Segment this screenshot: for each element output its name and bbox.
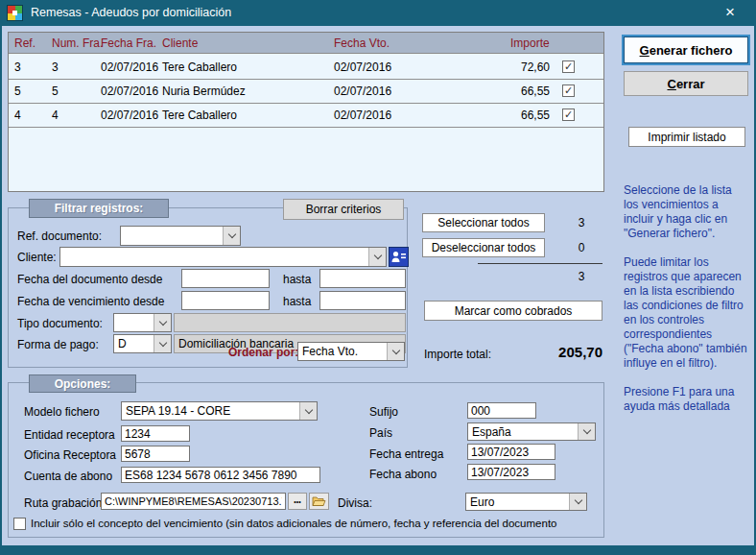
cell-fecha-vto: 02/07/2016 <box>334 104 391 128</box>
fecha-abono-label: Fecha abono <box>369 468 437 481</box>
chevron-down-icon[interactable] <box>578 423 595 440</box>
hasta-label: hasta <box>283 295 311 308</box>
cell-fecha-fra: 02/07/2016 <box>101 80 158 104</box>
cuenta-abono-input[interactable] <box>121 467 320 483</box>
fecha-ven-desde-input[interactable] <box>181 291 270 310</box>
browse-dots-button[interactable]: ••• <box>288 493 307 510</box>
chevron-down-icon[interactable] <box>569 494 586 510</box>
cell-cliente: Tere Caballero <box>162 104 237 128</box>
ref-documento-combo[interactable] <box>120 226 241 246</box>
fecha-vencimiento-label: Fecha de vencimiento desde <box>17 295 164 308</box>
cell-cliente: Tere Caballero <box>162 56 237 80</box>
col-importe: Importe <box>510 33 550 54</box>
cliente-combo[interactable] <box>59 247 387 267</box>
importe-total-value: 205,70 <box>499 344 602 360</box>
fecha-documento-label: Fecha del documento desde <box>17 273 162 286</box>
chevron-down-icon[interactable] <box>223 227 240 245</box>
chevron-down-icon[interactable] <box>299 402 317 420</box>
table-row[interactable]: 4 4 02/07/2016 Tere Caballero 02/07/2016… <box>9 104 603 128</box>
cell-ref: 5 <box>14 80 21 104</box>
ordenar-por-combo[interactable]: Fecha Vto. <box>297 342 405 361</box>
close-icon[interactable]: × <box>714 0 746 26</box>
sum-divider <box>478 263 602 264</box>
divisa-value: Euro <box>466 494 569 510</box>
cerrar-button[interactable]: Cerrar <box>624 71 748 96</box>
table-header: Ref. Num. Fra. Fecha Fra. Cliente Fecha … <box>9 33 603 54</box>
ruta-grabacion-label: Ruta grabación <box>24 496 102 510</box>
seleccionar-todos-button[interactable]: Seleccionar todos <box>422 213 545 232</box>
cell-importe: 66,55 <box>469 80 550 104</box>
incluir-concepto-label: Incluir sólo el concepto del vencimiento… <box>31 518 556 529</box>
contact-person-icon <box>391 251 406 263</box>
table-row[interactable]: 5 5 02/07/2016 Nuria Bermúdez 02/07/2016… <box>9 80 603 104</box>
tipo-documento-value <box>114 314 154 331</box>
dialog-window: Remesas - Adeudos por domiciliación × Re… <box>0 0 756 555</box>
app-icon <box>7 5 23 21</box>
borrar-criterios-button[interactable]: Borrar criterios <box>283 199 404 220</box>
help-paragraph-1: Seleccione de la lista los vencimientos … <box>624 183 749 241</box>
chevron-down-icon[interactable] <box>154 335 171 352</box>
open-folder-icon <box>312 495 326 507</box>
cell-ref: 3 <box>14 56 21 80</box>
fecha-doc-hasta-input[interactable] <box>319 269 406 288</box>
opciones-caption: Opciones: <box>29 374 136 393</box>
fecha-ven-hasta-input[interactable] <box>319 291 406 310</box>
ruta-grabacion-input[interactable] <box>101 493 286 510</box>
tipo-documento-label: Tipo documento: <box>17 317 103 330</box>
sufijo-label: Sufijo <box>369 405 398 419</box>
deseleccionar-todos-button[interactable]: Deseleccionar todos <box>422 238 545 257</box>
imprimir-listado-button[interactable]: Imprimir listado <box>628 127 745 147</box>
cliente-value <box>60 248 368 266</box>
incluir-concepto-checkbox[interactable] <box>13 518 26 530</box>
chevron-down-icon[interactable] <box>368 248 386 266</box>
fecha-entrega-input[interactable] <box>467 444 555 460</box>
cell-importe: 72,60 <box>469 56 550 80</box>
cell-fecha-fra: 02/07/2016 <box>101 104 158 128</box>
row-checkbox[interactable]: ✓ <box>562 109 575 121</box>
chevron-down-icon[interactable] <box>154 314 171 331</box>
entidad-receptora-input[interactable] <box>121 425 190 442</box>
sufijo-input[interactable] <box>467 402 536 419</box>
pais-label: País <box>369 426 392 440</box>
tipo-documento-combo[interactable] <box>113 313 172 332</box>
chevron-down-icon[interactable] <box>387 343 404 360</box>
filtrar-registros-caption: Filtrar registros: <box>29 199 169 218</box>
modelo-fichero-label: Modelo fichero <box>24 405 100 419</box>
cell-num: 4 <box>52 104 59 128</box>
cliente-label: Cliente: <box>17 251 57 264</box>
hasta-label: hasta <box>283 273 311 286</box>
divisa-combo[interactable]: Euro <box>465 493 587 511</box>
forma-pago-combo[interactable]: D <box>113 334 172 353</box>
open-folder-button[interactable] <box>309 493 329 510</box>
cuenta-abono-label: Cuenta de abono <box>24 470 112 483</box>
fecha-doc-desde-input[interactable] <box>181 269 270 288</box>
col-cliente: Cliente <box>162 33 198 54</box>
col-fecha-vto: Fecha Vto. <box>334 33 390 54</box>
row-checkbox[interactable]: ✓ <box>562 60 575 73</box>
vencimientos-table: Ref. Num. Fra. Fecha Fra. Cliente Fecha … <box>8 32 604 192</box>
table-row[interactable]: 3 3 02/07/2016 Tere Caballero 02/07/2016… <box>9 56 603 80</box>
entidad-receptora-label: Entidad receptora <box>24 428 115 442</box>
modelo-fichero-value: SEPA 19.14 - CORE <box>122 402 299 420</box>
marcar-cobrados-button[interactable]: Marcar como cobrados <box>424 301 602 321</box>
cell-fecha-vto: 02/07/2016 <box>334 56 391 80</box>
fecha-abono-input[interactable] <box>467 464 555 480</box>
modelo-fichero-combo[interactable]: SEPA 19.14 - CORE <box>121 401 318 421</box>
title-bar: Remesas - Adeudos por domiciliación × <box>0 0 756 26</box>
col-num-fra: Num. Fra. <box>52 33 103 54</box>
pais-combo[interactable]: España <box>467 422 596 441</box>
divisa-label: Divisa: <box>338 496 372 510</box>
selected-count: 3 <box>571 216 592 229</box>
help-paragraph-3: Presione F1 para una ayuda más detallada <box>624 385 749 414</box>
forma-pago-value: D <box>114 335 154 352</box>
cell-num: 3 <box>52 56 59 80</box>
buscar-cliente-button[interactable] <box>389 247 409 267</box>
generar-fichero-button[interactable]: Generar fichero <box>624 36 748 63</box>
cell-cliente: Nuria Bermúdez <box>162 80 246 104</box>
oficina-receptora-input[interactable] <box>121 446 190 462</box>
generar-fichero-label: Generar fichero <box>640 43 733 58</box>
help-paragraph-2: Puede limitar los registros que aparecen… <box>624 255 749 371</box>
forma-pago-label: Forma de pago: <box>17 338 99 351</box>
row-checkbox[interactable]: ✓ <box>562 84 575 97</box>
importe-total-label: Importe total: <box>424 348 491 361</box>
